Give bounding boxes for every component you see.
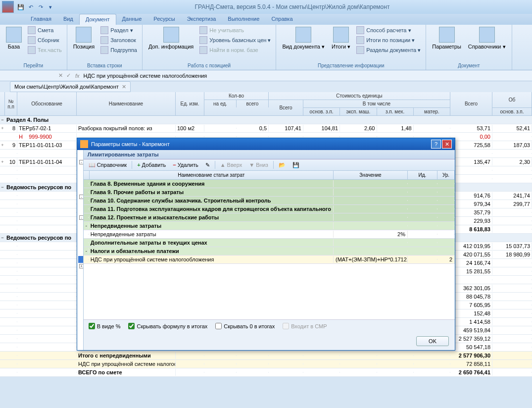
add-button[interactable]: +Добавить	[135, 161, 168, 168]
table-row[interactable]: НДС при упрощённой системе налогообложен…	[0, 360, 532, 368]
hide-zero-checkbox[interactable]: Скрывать 0 в итогах	[215, 323, 275, 329]
addinfo-button[interactable]: Доп. информация	[145, 26, 196, 51]
dialog-table-row[interactable]: НДС при упрощённой системе налогообложен…	[84, 255, 455, 264]
tree-item[interactable]: Виды работ	[78, 201, 84, 207]
tree-item[interactable]: Доп. начисления	[78, 235, 84, 242]
in-smr-checkbox[interactable]: Входит в СМР	[283, 323, 327, 329]
qat-dropdown-icon[interactable]: ▾	[47, 3, 54, 11]
row-expander-icon[interactable]: -	[84, 248, 89, 254]
edit-button[interactable]: ✎	[203, 161, 212, 169]
dialog-table-row[interactable]: Глава 12. Проектные и изыскательские раб…	[84, 213, 455, 222]
tab-resources[interactable]: Ресурсы	[147, 14, 181, 25]
dialog-grid-body[interactable]: Глава 8. Временные здания и сооружения Г…	[84, 180, 455, 319]
row-expander-icon[interactable]	[84, 242, 89, 243]
confirm-edit-icon[interactable]: ✓	[64, 72, 72, 79]
dialog-table-row[interactable]: Глава 10. Содержание службы заказчика. С…	[84, 197, 455, 205]
tree-item[interactable]: Округление расх.	[78, 173, 84, 180]
parameters-button[interactable]: Параметры	[429, 26, 464, 51]
totals-button[interactable]: Итоги ▾	[329, 26, 353, 51]
tab-expertise[interactable]: Экспертиза	[181, 14, 222, 25]
row-expander-icon[interactable]	[84, 259, 89, 260]
estimate-button[interactable]: Смета	[26, 26, 64, 35]
save-button[interactable]: 💾	[290, 161, 301, 169]
dialog-table-row[interactable]: Дополнительные затраты в текущих ценах	[84, 239, 455, 247]
expander-icon[interactable]: −	[0, 235, 5, 240]
tree-item[interactable]: К позициям	[78, 221, 84, 228]
app-icon[interactable]	[2, 1, 14, 13]
table-row[interactable]: ВСЕГО по смете 2 650 764,41	[0, 368, 532, 377]
ignore-button[interactable]: Не учитывать	[197, 26, 273, 35]
tree-item[interactable]: Нормативы	[78, 270, 84, 277]
docsections-button[interactable]: Разделы документа ▾	[354, 46, 423, 54]
redo-icon[interactable]: ↷	[37, 3, 45, 11]
tab-view[interactable]: Вид	[57, 14, 79, 25]
formula-input[interactable]	[83, 72, 530, 80]
dialog-table-row[interactable]: Глава 9. Прочие работы и затраты	[84, 188, 455, 197]
row-expander-icon[interactable]	[84, 208, 89, 209]
dialog-table-row[interactable]: - Непредвиденные затраты	[84, 222, 455, 230]
tree-item[interactable]: Комментарий	[78, 291, 84, 298]
col-kolvo[interactable]: Кол-во	[204, 92, 269, 100]
docview-button[interactable]: Вид документа ▾	[279, 26, 328, 51]
base-button[interactable]: База	[3, 26, 25, 51]
findnorm-button[interactable]: Найти в норм. базе	[197, 46, 273, 54]
subgroup-button[interactable]: Подгруппа	[98, 46, 139, 54]
dialog-close-button[interactable]: ✕	[442, 140, 452, 149]
tree-item[interactable]: Итоги	[78, 180, 84, 187]
tree-item[interactable]: Округление цен	[78, 166, 84, 173]
open-button[interactable]: 📂	[277, 161, 288, 169]
dialog-tree[interactable]: Регион и зона-РасчетОкругление ценОкругл…	[77, 150, 84, 350]
tree-item[interactable]: Подписи	[78, 284, 84, 291]
down-button[interactable]: ▼Вниз	[247, 161, 270, 168]
save-icon[interactable]: 💾	[17, 3, 25, 11]
position-button[interactable]: Позиция	[70, 26, 98, 51]
expander-icon[interactable]: +	[0, 126, 5, 131]
table-row[interactable]: −Раздел 4. Полы	[0, 116, 532, 124]
row-expander-icon[interactable]	[84, 200, 89, 201]
col-stoim[interactable]: Стоимость единицы	[269, 92, 450, 100]
tree-item[interactable]: Регион и зона	[78, 152, 84, 159]
tree-item[interactable]: -Расчет	[78, 159, 84, 166]
tab-help[interactable]: Справка	[265, 14, 298, 25]
tree-item[interactable]: +Зимние	[78, 263, 84, 270]
reference-button[interactable]: 📖Справочник	[87, 161, 129, 169]
col-np[interactable]: № п.п	[5, 92, 17, 115]
tree-item[interactable]: К ресурсам	[78, 228, 84, 235]
tree-item[interactable]: К-ты к НР и СП	[78, 207, 84, 214]
tree-item[interactable]: -НР и СП	[78, 194, 84, 201]
dialog-titlebar[interactable]: Параметры сметы - Капремонт ? ✕	[77, 138, 455, 150]
tree-item[interactable]: Коэф-ты к итогам	[78, 187, 84, 194]
tree-item[interactable]: Автозагрузка	[78, 242, 84, 249]
tree-item[interactable]: Переменные	[78, 249, 84, 256]
col-obos[interactable]: Обоснование	[17, 92, 77, 115]
row-expander-icon[interactable]: -	[84, 223, 89, 229]
tree-item[interactable]: Лимит. затраты	[78, 256, 84, 263]
row-expander-icon[interactable]	[84, 217, 89, 218]
col-naim[interactable]: Наименование	[77, 92, 176, 115]
dialog-table-row[interactable]: Глава 8. Временные здания и сооружения	[84, 180, 455, 188]
percent-checkbox[interactable]: В виде %	[89, 323, 121, 329]
refs-button[interactable]: Справочники ▾	[465, 26, 509, 51]
tree-expander-icon[interactable]: -	[79, 195, 84, 199]
techpart-button[interactable]: Тех.часть	[26, 46, 64, 54]
cancel-edit-icon[interactable]: ✕	[56, 72, 64, 79]
tree-expander-icon[interactable]: +	[79, 264, 84, 268]
baseprice-button[interactable]: Уровень базисных цен ▾	[197, 36, 273, 45]
tab-data[interactable]: Данные	[116, 14, 148, 25]
table-row[interactable]: Итого с непредвиденными 2 577 906,30	[0, 352, 532, 360]
up-button[interactable]: ▲Вверх	[218, 161, 244, 168]
undo-icon[interactable]: ↶	[27, 3, 35, 11]
dialog-table-row[interactable]: Глава 11. Подготовка эксплуатационных ка…	[84, 205, 455, 213]
document-tab[interactable]: Мои сметы\Центр\Жилой дом\Капремонт ✕	[10, 81, 131, 92]
postotals-button[interactable]: Итоги по позиции ▾	[354, 36, 423, 45]
tree-expander-icon[interactable]: -	[79, 215, 84, 220]
tree-expander-icon[interactable]: -	[79, 160, 84, 164]
table-row[interactable]: + 8 ТЕРр57-02-1 Разборка покрытий полов:…	[0, 124, 532, 133]
row-expander-icon[interactable]	[84, 183, 89, 184]
expander-icon[interactable]: −	[0, 117, 5, 122]
row-expander-icon[interactable]	[84, 192, 89, 193]
header-button[interactable]: Заголовок	[98, 36, 139, 45]
row-expander-icon[interactable]	[84, 234, 89, 235]
section-button[interactable]: Раздел ▾	[98, 26, 139, 35]
dialog-table-row[interactable]: - Налоги и обязательные платежи	[84, 247, 455, 255]
